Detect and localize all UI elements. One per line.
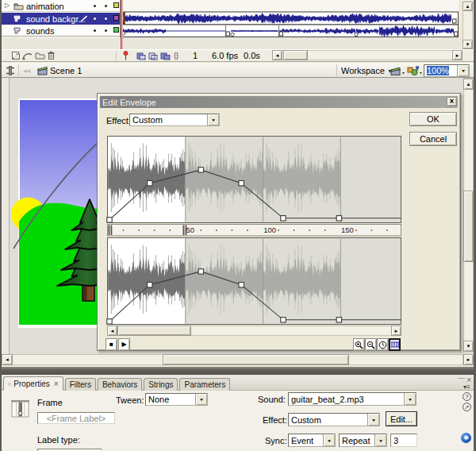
- star-icon: ✱: [463, 434, 469, 441]
- tab-properties[interactable]: ○ Properties ×: [3, 376, 63, 391]
- panel-minimize-icon[interactable]: —: [458, 374, 465, 382]
- zoom-dropdown-button[interactable]: ▼: [457, 65, 469, 76]
- edit-symbols-button[interactable]: [407, 66, 422, 76]
- insert-folder-button[interactable]: [35, 51, 45, 60]
- layer-visible-dot[interactable]: [94, 17, 96, 20]
- left-arrow-icon: ◄: [5, 357, 10, 362]
- sync-dropdown-button[interactable]: ▼: [323, 434, 335, 446]
- timeline-vscroll-up[interactable]: ▲: [463, 2, 473, 11]
- view-frames-button[interactable]: [389, 338, 401, 351]
- tween-combobox[interactable]: None ▼: [145, 393, 208, 406]
- layer-lock-dot[interactable]: [105, 5, 107, 7]
- panel-menu-icon[interactable]: ▾≡: [463, 384, 470, 391]
- frame-label-input[interactable]: <Frame Label>: [37, 412, 115, 424]
- effect-dropdown-button[interactable]: ▼: [367, 414, 379, 426]
- dialog-close-button[interactable]: ×: [447, 97, 457, 106]
- insert-layer-button[interactable]: [11, 51, 21, 60]
- onion-skin-icon[interactable]: [148, 52, 158, 60]
- effect-combobox-properties[interactable]: Custom ▼: [288, 413, 380, 426]
- tab-behaviors[interactable]: Behaviors: [98, 378, 142, 391]
- zoom-in-button[interactable]: [353, 338, 365, 351]
- document-hscroll-left[interactable]: ◄: [2, 354, 13, 365]
- envelope-hscroll-thumb[interactable]: [117, 326, 191, 336]
- back-arrows-icon-disabled: ◂◂: [23, 67, 30, 75]
- repeat-combobox[interactable]: Repeat ▼: [339, 434, 387, 447]
- ok-button[interactable]: OK: [409, 112, 457, 126]
- document-hscroll-right[interactable]: ►: [463, 354, 474, 365]
- effect-dropdown-button[interactable]: ▼: [207, 114, 219, 125]
- dropdown-icon: ▼: [211, 118, 217, 122]
- play-button[interactable]: ▶: [118, 338, 130, 351]
- layer-name[interactable]: sounds: [26, 26, 54, 36]
- layer-row-animation[interactable]: ▷ animation: [2, 0, 120, 12]
- expand-arrow-icon[interactable]: ▷: [5, 2, 10, 9]
- scene-clapper-icon: [37, 66, 48, 75]
- timeline-hscroll-left[interactable]: ◄: [272, 50, 282, 60]
- envelope-hscroll-right[interactable]: ►: [391, 326, 401, 336]
- add-motion-guide-button[interactable]: [22, 51, 33, 60]
- repeat-value: Repeat: [340, 436, 374, 445]
- playhead-marker-icon[interactable]: [122, 50, 129, 60]
- zoom-out-button[interactable]: [365, 338, 377, 351]
- document-vscroll-up[interactable]: ▲: [463, 79, 474, 90]
- document-vscroll-thumb[interactable]: [463, 191, 474, 262]
- view-seconds-button[interactable]: [377, 338, 389, 351]
- layer-visible-dot[interactable]: [94, 29, 96, 32]
- zoom-combobox[interactable]: 100% ▼: [424, 64, 470, 77]
- detach-icon[interactable]: ↗: [463, 403, 471, 411]
- hide-timeline-button[interactable]: [5, 65, 16, 76]
- layer-row-sounds[interactable]: sounds: [2, 25, 120, 37]
- edit-scene-button[interactable]: [390, 66, 405, 76]
- dialog-titlebar[interactable]: Edit Envelope: [100, 96, 458, 108]
- scene-name[interactable]: Scene 1: [50, 66, 82, 75]
- tab-parameters[interactable]: Parameters: [179, 378, 230, 391]
- timeline-frames[interactable]: [121, 0, 463, 37]
- layer-lock-dot[interactable]: [105, 29, 107, 32]
- workspace-button[interactable]: Workspace ▼: [341, 66, 393, 75]
- tab-filters[interactable]: Filters: [65, 378, 96, 391]
- edit-sound-button[interactable]: Edit...: [386, 411, 417, 426]
- timeline-hscroll-thumb[interactable]: [283, 50, 308, 60]
- cancel-button[interactable]: Cancel: [409, 132, 457, 146]
- layer-name[interactable]: sound backgr...: [26, 14, 86, 24]
- close-icon: ×: [450, 97, 455, 106]
- layer-outline-swatch[interactable]: [113, 15, 119, 21]
- layer-name[interactable]: animation: [26, 2, 64, 11]
- sync-combobox[interactable]: Event ▼: [288, 434, 336, 447]
- tab-close-icon[interactable]: ×: [54, 380, 59, 388]
- tween-dropdown-button[interactable]: ▼: [195, 394, 207, 405]
- timeline-hscroll-right[interactable]: ►: [452, 50, 463, 60]
- center-frame-icon[interactable]: [136, 52, 146, 60]
- stop-button[interactable]: ■: [106, 338, 117, 351]
- edit-bar-right-separator: [336, 64, 337, 76]
- layer-lock-dot[interactable]: [105, 17, 107, 20]
- layer-outline-swatch[interactable]: [113, 2, 119, 8]
- sound-dropdown-button[interactable]: ▼: [404, 393, 416, 405]
- layer-outline-swatch[interactable]: [113, 27, 119, 33]
- delete-layer-button[interactable]: [47, 51, 56, 60]
- envelope-editor[interactable]: 50100150: [106, 134, 403, 327]
- onion-skin-outlines-icon[interactable]: [160, 52, 171, 60]
- document-vscroll-down[interactable]: ▼: [463, 341, 474, 352]
- sound-combobox[interactable]: guitar_beat_2.mp3 ▼: [288, 392, 416, 406]
- document-hscroll-thumb[interactable]: [163, 354, 349, 365]
- flash-blue-icon[interactable]: ✱: [461, 433, 471, 443]
- panel-divider-bar[interactable]: [0, 367, 476, 375]
- frame-rate-value[interactable]: 6.0 fps: [212, 51, 238, 60]
- edit-multiple-frames-icon[interactable]: {:}: [174, 52, 178, 60]
- loop-count-input[interactable]: 3: [390, 434, 417, 447]
- effect-combobox[interactable]: Custom ▼: [129, 114, 220, 126]
- elapsed-time-value[interactable]: 0.0s: [244, 51, 260, 60]
- down-arrow-icon: ▼: [466, 344, 471, 349]
- current-frame-value[interactable]: 1: [193, 51, 198, 60]
- tab-label: Parameters: [184, 380, 225, 389]
- timeline-vscroll-down[interactable]: ▼: [463, 40, 473, 49]
- layer-visible-dot[interactable]: [94, 5, 96, 7]
- effect-label: Effect:: [263, 415, 287, 425]
- repeat-dropdown-button[interactable]: ▼: [374, 434, 386, 446]
- layer-row-sound-background[interactable]: sound backgr...: [2, 13, 120, 25]
- envelope-hscroll-left[interactable]: ◄: [107, 326, 117, 336]
- tab-strings[interactable]: Strings: [144, 378, 178, 391]
- properties-tabs: ○ Properties × Filters Behaviors Strings…: [3, 376, 230, 391]
- help-icon[interactable]: ?: [463, 392, 471, 401]
